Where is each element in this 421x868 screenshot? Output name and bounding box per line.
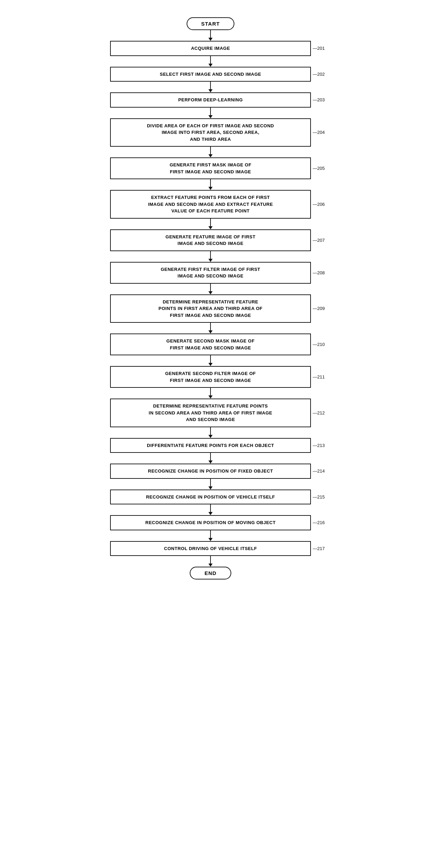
arrow-17 bbox=[208, 556, 213, 567]
label-212: —212 bbox=[313, 410, 325, 415]
label-211: —211 bbox=[313, 374, 325, 380]
process-207: GENERATE FEATURE IMAGE OF FIRST IMAGE AN… bbox=[110, 229, 311, 251]
label-207: —207 bbox=[313, 238, 325, 243]
label-203: —203 bbox=[313, 97, 325, 102]
process-216: RECOGNIZE CHANGE IN POSITION OF MOVING O… bbox=[110, 515, 311, 530]
label-214: —214 bbox=[313, 468, 325, 474]
process-211: GENERATE SECOND FILTER IMAGE OF FIRST IM… bbox=[110, 366, 311, 388]
process-214: RECOGNIZE CHANGE IN POSITION OF FIXED OB… bbox=[110, 464, 311, 479]
step-row-205: GENERATE FIRST MASK IMAGE OF FIRST IMAGE… bbox=[96, 157, 325, 179]
label-216: —216 bbox=[313, 520, 325, 525]
step-row-203: PERFORM DEEP-LEARNING —203 bbox=[96, 92, 325, 108]
process-210: GENERATE SECOND MASK IMAGE OF FIRST IMAG… bbox=[110, 334, 311, 355]
step-row-212: DETERMINE REPRESENTATIVE FEATURE POINTS … bbox=[96, 399, 325, 427]
process-215: RECOGNIZE CHANGE IN POSITION OF VEHICLE … bbox=[110, 490, 311, 505]
flowchart: START // We'll render the steps dynamica… bbox=[89, 7, 332, 861]
step-row-216: RECOGNIZE CHANGE IN POSITION OF MOVING O… bbox=[96, 515, 325, 530]
step-row-217: CONTROL DRIVING OF VEHICLE ITSELF —217 bbox=[96, 541, 325, 556]
arrow-6 bbox=[208, 219, 213, 229]
process-204: DIVIDE AREA OF EACH OF FIRST IMAGE AND S… bbox=[110, 118, 311, 147]
arrow-7 bbox=[208, 251, 213, 262]
process-201: ACQUIRE IMAGE bbox=[110, 41, 311, 56]
step-row-209: DETERMINE REPRESENTATIVE FEATURE POINTS … bbox=[96, 294, 325, 323]
label-205: —205 bbox=[313, 166, 325, 171]
start-terminal: START bbox=[187, 17, 234, 30]
label-210: —210 bbox=[313, 342, 325, 347]
process-209: DETERMINE REPRESENTATIVE FEATURE POINTS … bbox=[110, 294, 311, 323]
process-213: DIFFERENTIATE FEATURE POINTS FOR EACH OB… bbox=[110, 438, 311, 453]
process-206: EXTRACT FEATURE POINTS FROM EACH OF FIRS… bbox=[110, 190, 311, 219]
step-row-214: RECOGNIZE CHANGE IN POSITION OF FIXED OB… bbox=[96, 464, 325, 479]
step-row-211: GENERATE SECOND FILTER IMAGE OF FIRST IM… bbox=[96, 366, 325, 388]
arrow-3 bbox=[208, 108, 213, 118]
label-217: —217 bbox=[313, 546, 325, 551]
arrow-13 bbox=[208, 453, 213, 464]
label-208: —208 bbox=[313, 270, 325, 275]
arrow-1 bbox=[208, 56, 213, 67]
label-209: —209 bbox=[313, 306, 325, 311]
arrow-8 bbox=[208, 284, 213, 294]
step-row-213: DIFFERENTIATE FEATURE POINTS FOR EACH OB… bbox=[96, 438, 325, 453]
arrow-4 bbox=[208, 147, 213, 157]
arrow-11 bbox=[208, 388, 213, 399]
label-213: —213 bbox=[313, 443, 325, 448]
label-215: —215 bbox=[313, 494, 325, 500]
step-row-202: SELECT FIRST IMAGE AND SECOND IMAGE —202 bbox=[96, 67, 325, 82]
label-206: —206 bbox=[313, 202, 325, 207]
step-row-206: EXTRACT FEATURE POINTS FROM EACH OF FIRS… bbox=[96, 190, 325, 219]
label-201: —201 bbox=[313, 46, 325, 51]
step-row-215: RECOGNIZE CHANGE IN POSITION OF VEHICLE … bbox=[96, 490, 325, 505]
step-row-207: GENERATE FEATURE IMAGE OF FIRST IMAGE AN… bbox=[96, 229, 325, 251]
arrow-5 bbox=[208, 179, 213, 190]
step-row-204: DIVIDE AREA OF EACH OF FIRST IMAGE AND S… bbox=[96, 118, 325, 147]
arrow-15 bbox=[208, 504, 213, 515]
arrow-10 bbox=[208, 355, 213, 366]
arrow-2 bbox=[208, 82, 213, 92]
process-217: CONTROL DRIVING OF VEHICLE ITSELF bbox=[110, 541, 311, 556]
process-212: DETERMINE REPRESENTATIVE FEATURE POINTS … bbox=[110, 399, 311, 427]
arrow-14 bbox=[208, 479, 213, 490]
step-row-210: GENERATE SECOND MASK IMAGE OF FIRST IMAG… bbox=[96, 334, 325, 355]
arrow-9 bbox=[208, 323, 213, 334]
process-202: SELECT FIRST IMAGE AND SECOND IMAGE bbox=[110, 67, 311, 82]
label-204: —204 bbox=[313, 130, 325, 135]
step-row-208: GENERATE FIRST FILTER IMAGE OF FIRST IMA… bbox=[96, 262, 325, 284]
label-202: —202 bbox=[313, 72, 325, 77]
end-terminal: END bbox=[190, 567, 231, 579]
process-203: PERFORM DEEP-LEARNING bbox=[110, 92, 311, 108]
arrow-16 bbox=[208, 530, 213, 541]
process-208: GENERATE FIRST FILTER IMAGE OF FIRST IMA… bbox=[110, 262, 311, 284]
process-205: GENERATE FIRST MASK IMAGE OF FIRST IMAGE… bbox=[110, 157, 311, 179]
arrow-0 bbox=[208, 30, 213, 41]
step-row-201: ACQUIRE IMAGE —201 bbox=[96, 41, 325, 56]
arrow-12 bbox=[208, 427, 213, 438]
